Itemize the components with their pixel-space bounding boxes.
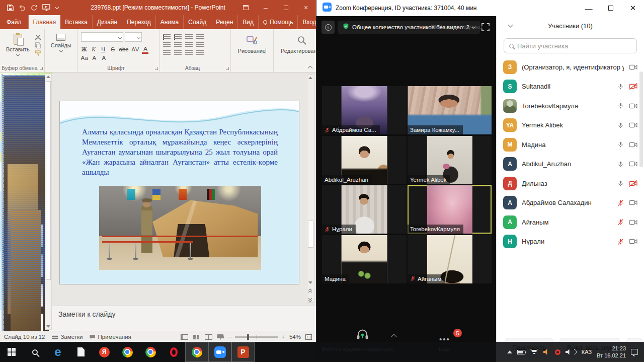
smartart-icon[interactable] — [196, 42, 204, 48]
participant-row[interactable]: З (Организатор, я, идентификатор уч — [497, 57, 644, 77]
ribbon-tab[interactable]: Дизайн — [93, 15, 122, 29]
wifi-icon[interactable] — [530, 349, 538, 355]
align-left-icon[interactable] — [163, 50, 171, 56]
font-name-combobox[interactable] — [81, 32, 123, 42]
taskbar-chrome[interactable] — [116, 342, 139, 362]
action-center-icon[interactable] — [631, 349, 638, 355]
taskbar-yandex-browser[interactable] — [93, 342, 116, 362]
camera-icon[interactable] — [629, 219, 637, 226]
ribbon-tab[interactable]: Файл — [0, 15, 29, 29]
thumbnail-scrollbar[interactable] — [45, 74, 52, 330]
justify-icon[interactable] — [196, 50, 204, 56]
zoom-out-button[interactable]: − — [229, 334, 232, 340]
ribbon-display-options-button[interactable] — [235, 0, 256, 15]
change-case-button[interactable]: Аа — [81, 55, 88, 61]
slide-vertical-scrollbar[interactable] — [307, 75, 314, 303]
slide-canvas[interactable]: Алматы қаласында орналасқан Қазақстан Ре… — [59, 101, 299, 284]
zoom-in-button[interactable]: + — [281, 334, 285, 340]
decrease-indent-icon[interactable] — [163, 42, 171, 48]
numbering-icon[interactable] — [174, 34, 182, 40]
line-spacing-icon[interactable] — [185, 34, 193, 40]
fullscreen-button[interactable] — [480, 22, 491, 33]
participant-row[interactable]: H Нұрали — [497, 232, 644, 252]
opera-tray-icon[interactable] — [555, 349, 560, 355]
ribbon-tab[interactable]: Анима — [156, 15, 184, 29]
language-indicator[interactable]: КАЗ — [582, 349, 592, 355]
previous-slide-icon[interactable] — [309, 289, 313, 292]
mic-icon[interactable] — [617, 122, 624, 129]
camera-off-icon[interactable] — [629, 180, 637, 187]
zoom-slider-thumb[interactable] — [247, 334, 249, 340]
new-slide-button[interactable]: Слайды — [48, 32, 74, 64]
customize-toolbar-icon[interactable] — [55, 5, 59, 9]
italic-button[interactable]: К — [91, 46, 97, 54]
muted-mic-icon[interactable] — [617, 199, 624, 206]
participant-row[interactable]: TorebekovКармуля — [497, 96, 644, 116]
notes-pane[interactable]: Заметки к слайду — [52, 306, 316, 331]
taskbar-opera[interactable] — [162, 342, 185, 362]
paste-button[interactable]: Вставить — [3, 32, 33, 64]
clock[interactable]: 21:23 Вт 16.02.21 — [597, 345, 626, 359]
align-center-icon[interactable] — [174, 50, 182, 56]
video-tile[interactable]: Айғаным — [408, 235, 492, 283]
meeting-info-button[interactable]: i — [321, 21, 335, 34]
zoom-level[interactable]: 54% — [289, 334, 301, 340]
minimize-button[interactable]: – — [256, 0, 276, 15]
drawing-button[interactable]: Рисование — [234, 32, 270, 64]
character-spacing-button[interactable]: АV — [131, 46, 139, 54]
scrollbar-thumb[interactable] — [308, 221, 313, 248]
columns-icon[interactable] — [185, 42, 193, 48]
close-button[interactable]: × — [296, 0, 316, 15]
bold-button[interactable]: Ж — [81, 46, 88, 54]
camera-icon[interactable] — [629, 122, 637, 128]
volume-orange-icon[interactable] — [543, 349, 550, 355]
participant-row[interactable]: YA Yermek Alibek — [497, 116, 644, 135]
strikethrough-button[interactable]: abc — [119, 46, 129, 54]
underline-button[interactable]: Ч — [100, 46, 107, 54]
notes-toggle-button[interactable]: Заметки — [52, 334, 83, 340]
dialog-launcher-icon[interactable] — [226, 67, 229, 70]
join-audio-icon[interactable] — [356, 329, 369, 343]
show-hidden-icons-icon[interactable] — [507, 350, 512, 353]
taskbar-chrome-active[interactable] — [185, 342, 208, 362]
maximize-button[interactable] — [276, 0, 296, 15]
participant-row[interactable]: S Sultanadil — [497, 77, 644, 97]
align-right-icon[interactable] — [185, 50, 193, 56]
minimize-button[interactable]: — — [578, 0, 600, 16]
battery-icon[interactable] — [517, 350, 525, 354]
reading-view-button[interactable] — [205, 334, 212, 340]
mic-icon[interactable] — [617, 83, 624, 90]
camera-icon[interactable] — [629, 64, 637, 70]
collapse-panel-icon[interactable] — [508, 23, 513, 28]
comments-toggle-button[interactable]: Примечания — [90, 334, 131, 340]
video-tile[interactable]: TorebekovКармуля — [408, 185, 492, 234]
increase-indent-icon[interactable] — [174, 42, 182, 48]
camera-icon[interactable] — [629, 103, 637, 109]
camera-icon[interactable] — [629, 141, 637, 148]
maximize-button[interactable] — [600, 0, 622, 16]
muted-mic-icon[interactable] — [617, 219, 624, 226]
ribbon-tab[interactable]: Помощь — [259, 15, 298, 29]
format-painter-icon[interactable] — [35, 50, 41, 56]
taskbar-file-explorer[interactable] — [69, 342, 93, 362]
speaker-icon[interactable] — [566, 349, 573, 355]
normal-view-button[interactable] — [181, 334, 188, 340]
participant-row[interactable]: A Абдраймов Салахадин — [497, 193, 644, 213]
ribbon-tab[interactable]: Главная — [29, 15, 61, 29]
cut-icon[interactable] — [35, 34, 41, 40]
start-slideshow-icon[interactable] — [42, 4, 50, 12]
bullets-icon[interactable] — [163, 34, 171, 40]
participant-row[interactable]: A Айғаным — [497, 212, 644, 232]
video-tile[interactable]: Замира Кожамку... — [408, 86, 492, 134]
taskbar-start[interactable] — [0, 342, 23, 362]
taskbar-edge[interactable] — [46, 342, 69, 362]
participant-row[interactable]: M Мадина — [497, 135, 644, 155]
scroll-up-icon[interactable] — [308, 77, 312, 79]
video-tile[interactable]: Нұрали — [322, 185, 407, 234]
redo-icon[interactable] — [31, 5, 37, 11]
slide-sorter-view-button[interactable] — [193, 334, 200, 340]
zoom-slider[interactable] — [235, 336, 278, 338]
close-button[interactable]: ✕ — [622, 0, 644, 16]
shadow-button[interactable]: S — [110, 46, 116, 54]
next-slide-icon[interactable] — [309, 297, 313, 300]
